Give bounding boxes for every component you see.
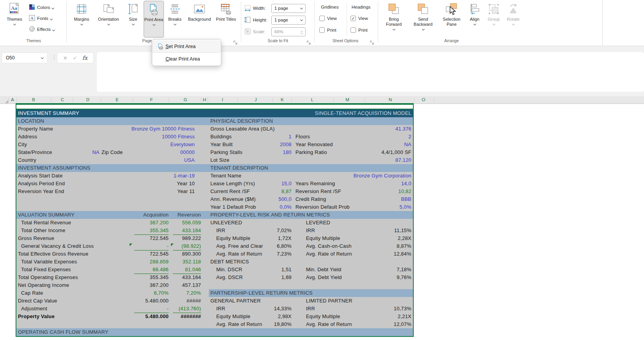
cell[interactable]: NA <box>340 141 411 149</box>
cell[interactable]: 6,80% <box>254 242 292 250</box>
cell[interactable]: 14,0 <box>340 180 411 188</box>
cell[interactable]: 2,21X <box>340 313 411 320</box>
select-all-corner[interactable] <box>5 100 8 103</box>
cell[interactable]: - <box>128 242 169 250</box>
scale-to-fit-dialog-launcher[interactable] <box>307 39 312 45</box>
cell[interactable]: BBB <box>340 195 411 203</box>
cell[interactable]: Total Fixed Expenses <box>21 266 123 274</box>
column-header-E[interactable]: E <box>113 96 121 104</box>
cell[interactable]: 87.120 <box>340 156 411 164</box>
column-header-N[interactable]: N <box>386 96 395 104</box>
cell[interactable]: OPERATING CASH FLOW SUMMARY <box>18 328 119 336</box>
cell[interactable]: LIMITED PARTNER <box>306 297 378 305</box>
print-titles-button[interactable]: Print Titles <box>215 1 237 38</box>
column-header-D[interactable]: D <box>84 96 92 104</box>
margins-button[interactable]: Margins <box>70 1 93 38</box>
cell[interactable]: VALUATION SUMMARY <box>18 211 119 219</box>
cell[interactable]: PHYSICAL DESCRIPTION <box>210 117 306 125</box>
cell[interactable]: 722.545 <box>128 234 169 242</box>
cell[interactable]: 288.859 <box>128 258 169 266</box>
cell[interactable]: 19,80% <box>254 320 292 328</box>
effects-button[interactable]: Effects <box>29 24 55 34</box>
cell[interactable]: 352.118 <box>172 258 201 266</box>
cell[interactable]: 66.486 <box>128 266 169 274</box>
size-button[interactable]: Size <box>124 1 142 38</box>
gridlines-view-checkbox[interactable] <box>319 16 325 21</box>
cell[interactable]: SINGLE-TENANT ACQUISITION MODEL <box>251 109 411 117</box>
cell[interactable]: 41.376 <box>340 125 411 133</box>
enter-icon[interactable]: ✓ <box>73 55 77 61</box>
cell[interactable]: Year 11 <box>87 188 195 195</box>
page-setup-dialog-launcher[interactable] <box>233 39 239 45</box>
cell[interactable]: TENANT DESCRIPTION <box>210 164 306 172</box>
fonts-button[interactable]: A Fonts <box>29 13 52 23</box>
menu-item-clear-print-area[interactable]: Clear Print Area <box>152 53 221 65</box>
column-header-I[interactable]: I <box>218 96 227 104</box>
cell[interactable]: 180 <box>254 149 292 156</box>
cell[interactable]: 7,02% <box>254 227 292 234</box>
cell[interactable]: Total Operating Expenses <box>18 274 119 281</box>
cell[interactable]: 1,69 <box>254 274 292 281</box>
cell[interactable]: 367.200 <box>128 219 169 227</box>
width-combobox[interactable]: 1 page <box>271 4 306 13</box>
cell[interactable]: 5,0% <box>340 203 411 211</box>
cell[interactable]: Tenant Name <box>210 172 306 180</box>
cell[interactable]: Reversion <box>172 211 201 219</box>
cell[interactable]: LEVERED <box>306 219 378 227</box>
cell[interactable]: DEBT METRICS <box>210 258 306 266</box>
bring-forward-button[interactable]: Bring Forward <box>382 1 405 38</box>
cell[interactable]: 12,07% <box>340 320 411 328</box>
column-header-J[interactable]: J <box>251 96 260 104</box>
cell[interactable]: 00000 <box>87 149 195 156</box>
height-combobox[interactable]: 1 page <box>271 16 306 25</box>
cell[interactable]: 7,23% <box>254 250 292 258</box>
cell[interactable]: 7,18% <box>340 266 411 274</box>
column-header-O[interactable]: O <box>419 96 428 104</box>
formula-bar-handle-icon[interactable]: ⋮ <box>52 54 57 60</box>
cell[interactable]: USA <box>87 156 195 164</box>
headings-view-checkbox[interactable]: ✓ <box>350 16 356 21</box>
orientation-button[interactable]: Orientation <box>94 1 123 38</box>
cell[interactable]: 8,87 <box>254 188 292 195</box>
cell[interactable]: ##### <box>172 297 201 305</box>
cell[interactable]: 81.046 <box>172 266 201 274</box>
cell[interactable]: 2 <box>340 133 411 141</box>
cell[interactable]: 5.480.000 <box>128 297 169 305</box>
cell[interactable]: 500,0 <box>254 195 292 203</box>
cell[interactable]: Total Rental Revenue <box>21 219 123 227</box>
cell[interactable]: Bronze Gym Corporation <box>340 172 411 180</box>
menu-item-set-print-area[interactable]: Set Print Area <box>152 40 221 52</box>
background-button[interactable]: Background <box>185 1 214 38</box>
cell[interactable]: PARTNERSHIP-LEVEL RETURN METRICS <box>210 289 306 297</box>
cell[interactable]: 11,15% <box>340 227 411 234</box>
cell[interactable]: GENERAL PARTNER <box>210 297 306 305</box>
cell[interactable]: 14,33% <box>254 305 292 313</box>
cell[interactable]: Year 10 <box>87 180 195 188</box>
cell[interactable]: (98.922) <box>172 242 201 250</box>
cell[interactable]: 9,76% <box>340 274 411 281</box>
align-button[interactable]: Align <box>466 1 483 38</box>
cell[interactable]: 15,0 <box>254 180 292 188</box>
gridlines-print-checkbox[interactable] <box>319 27 325 33</box>
cell[interactable]: INVESTMENT SUMMARY <box>18 109 119 117</box>
column-header-G[interactable]: G <box>181 96 190 104</box>
cell[interactable]: General Vacancy & Credit Loss <box>21 242 123 250</box>
cell[interactable]: 1,72X <box>254 234 292 242</box>
cell[interactable]: 556.059 <box>172 219 201 227</box>
cell[interactable]: 2,98X <box>254 313 292 320</box>
cell[interactable]: (413.760) <box>172 305 201 313</box>
insert-function-icon[interactable]: fx <box>82 55 87 61</box>
cell[interactable]: Acquisition <box>128 211 169 219</box>
cell[interactable]: Everytown <box>87 141 195 149</box>
send-backward-button[interactable]: Send Backward <box>411 1 436 38</box>
column-header-B[interactable]: B <box>29 96 38 104</box>
cell[interactable]: 10000 Fitness <box>87 133 195 141</box>
cell[interactable]: 12,84% <box>340 250 411 258</box>
cell[interactable]: 10,82 <box>340 188 411 195</box>
cell[interactable]: UNLEVERED <box>210 219 306 227</box>
cell[interactable]: 1-mar-19 <box>87 172 195 180</box>
column-header-M[interactable]: M <box>343 96 352 104</box>
cell[interactable]: 890.300 <box>172 250 201 258</box>
cell[interactable]: 433.164 <box>172 274 201 281</box>
cell[interactable]: Direct Cap Value <box>18 297 119 305</box>
